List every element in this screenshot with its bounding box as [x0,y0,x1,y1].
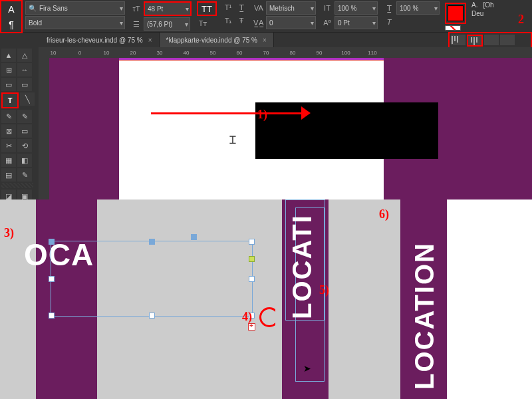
text-cursor-icon: Ꮖ [229,134,237,146]
stroke-color-swatch[interactable] [445,25,461,31]
baseline-dropdown[interactable]: 0 Pt [334,16,378,29]
close-icon[interactable]: × [148,37,152,44]
text-locati: LOCATI [287,200,317,319]
align-center-button[interactable] [467,35,483,47]
justify-left-button[interactable] [500,35,515,45]
pen-tool[interactable]: ✎ [1,110,16,123]
tool-divider [1,183,33,188]
kerning-icon: VA [253,2,265,14]
annotation-4: 4) [242,310,252,324]
vscale-dropdown[interactable]: 100 % [334,1,378,15]
gap-tool[interactable]: ↔ [17,63,32,76]
control-panel: A ¶ 🔍Fira Sans Bold τT 48 Pt ☰ (57,6 Pt)… [0,0,532,33]
font-size-dropdown[interactable]: 48 Pt [144,1,192,16]
align-left-button[interactable] [451,35,466,45]
panel-5: LOCATI 5) ➤ [275,200,350,399]
cursor-pointer-icon: ➤ [303,363,311,374]
eyedropper-tool[interactable]: ✎ [17,168,32,182]
hscale-dropdown[interactable]: 100 % [396,1,440,15]
workspace: ▲ △ ⊞ ↔ ▭ ▭ T ╲ ✎ ✎ ⊠ ▭ ✂ ⟲ ▦ ◧ ▤ ✎ ◪ ▣ … [0,47,532,200]
type-tool[interactable]: T [1,92,19,108]
tracking-icon: V̲A̲ [253,17,265,29]
horizontal-ruler[interactable]: 100102030405060708090100110 [40,47,532,58]
lang-label: Deu [471,10,483,17]
fill-label: A. [471,1,477,9]
pasteboard[interactable]: Ꮖ 1) 2 [49,58,532,200]
annotation-1: 1) [257,108,267,122]
text-location: LOCATION [410,203,440,390]
annotation-2: 2 [518,13,524,27]
fill-color-wrap [445,3,466,24]
char-para-toggle[interactable]: A ¶ [0,0,23,33]
rectangle-tool[interactable]: ▭ [17,124,32,138]
panel-6: LOCATION 6) [354,200,532,399]
character-mode-icon[interactable]: A [8,4,14,15]
vscale-icon: IT [321,2,333,14]
free-transform-tool[interactable]: ⟲ [17,139,32,152]
align-right-button[interactable] [484,35,499,45]
fill-color-swatch[interactable] [448,5,464,21]
annotation-5: 5) [319,283,329,297]
hscale-icon: T̲ [383,2,395,14]
tab-doc-2[interactable]: *klappkarte-video.indd @ 75 %× [160,33,274,47]
tools-panel: ▲ △ ⊞ ↔ ▭ ▭ T ╲ ✎ ✎ ⊠ ▭ ✂ ⟲ ▦ ◧ ▤ ✎ ◪ ▣ [0,47,39,203]
rectangle-frame-tool[interactable]: ⊠ [1,124,16,138]
leading-dropdown[interactable]: (57,6 Pt) [144,17,190,31]
gradient-feather-tool[interactable]: ◧ [17,154,32,167]
line-tool[interactable]: ╲ [20,92,35,106]
kerning-dropdown[interactable]: Metrisch [266,1,316,15]
scissors-tool[interactable]: ✂ [1,139,16,152]
page-tool[interactable]: ⊞ [1,63,16,76]
annotation-3: 3) [4,226,14,240]
anchor-handle[interactable] [249,256,255,262]
selection-tool[interactable]: ▲ [1,49,16,62]
panel-3: OCA 3) 4) [0,200,271,399]
guide-line[interactable] [119,60,384,61]
subscript-button[interactable]: T₁ [222,15,234,27]
skew-icon: T [383,16,395,28]
underline-button[interactable]: T̲ [235,1,247,13]
font-size-icon: τT [130,3,142,15]
good-label: [Oh [483,1,493,9]
content-placer-tool[interactable]: ▭ [17,78,32,91]
skew-value [396,16,408,28]
small-caps-button[interactable]: Tᴛ [197,17,209,29]
overflow-indicator[interactable] [248,323,255,331]
annotation-6: 6) [379,207,389,221]
all-caps-button[interactable]: TT [197,1,217,16]
document-page[interactable]: Ꮖ 1) [119,60,384,200]
content-collector-tool[interactable]: ▭ [1,78,16,91]
leading-icon: ☰ [130,18,142,30]
bottom-panels: OCA 3) 4) LOCATI 5) ➤ LOCATION 6) [0,200,532,399]
tab-doc-1[interactable]: friseur-les-cheveux.indd @ 75 %× [40,33,160,47]
baseline-icon: Aª [321,17,333,29]
font-family-dropdown[interactable]: 🔍Fira Sans [25,1,125,15]
superscript-button[interactable]: T¹ [222,1,234,13]
font-style-dropdown[interactable]: Bold [25,16,125,29]
note-tool[interactable]: ▤ [1,168,16,182]
tracking-dropdown[interactable]: 0 [266,16,316,29]
gradient-swatch-tool[interactable]: ▦ [1,154,16,167]
close-icon[interactable]: × [263,37,267,44]
text-frame-selected[interactable] [51,241,253,317]
pencil-tool[interactable]: ✎ [17,110,32,123]
annotation-arrow [151,106,311,120]
vertical-ruler[interactable] [40,58,49,200]
direct-selection-tool[interactable]: △ [17,49,32,62]
paragraph-mode-icon[interactable]: ¶ [9,19,14,30]
strikethrough-button[interactable]: Ŧ [235,15,247,27]
